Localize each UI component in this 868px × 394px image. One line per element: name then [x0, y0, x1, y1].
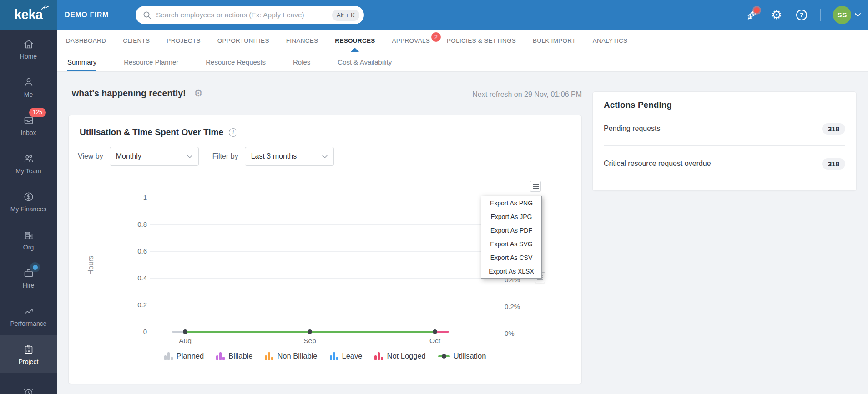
bars-icon — [374, 352, 383, 360]
legend-item-non-billable[interactable]: Non Billable — [265, 352, 317, 360]
tab-opportunities[interactable]: OPPORTUNITIES — [217, 30, 269, 52]
export-as-jpg[interactable]: Export As JPG — [481, 210, 541, 224]
x-tick: Sep — [294, 337, 326, 345]
bars-icon — [330, 352, 338, 360]
subtab-resource-requests[interactable]: Resource Requests — [206, 52, 266, 71]
sidebar-item-org[interactable]: Org — [0, 220, 57, 259]
gridline — [150, 224, 501, 225]
announcements-button[interactable] — [745, 9, 758, 21]
sidebar-item-me[interactable]: Me — [0, 68, 57, 106]
export-as-xlsx[interactable]: Export As XLSX — [481, 264, 541, 278]
building-icon — [23, 229, 35, 241]
search-input[interactable] — [156, 11, 328, 19]
row-label: Pending requests — [604, 125, 661, 133]
sidebar-item-hire[interactable]: Hire — [0, 259, 57, 297]
tab-bulk-import[interactable]: BULK IMPORT — [533, 30, 576, 52]
export-as-csv[interactable]: Export As CSV — [481, 251, 541, 264]
hire-notification-dot — [30, 262, 40, 272]
info-icon[interactable]: i — [229, 128, 237, 137]
legend-item-utilisation[interactable]: Utilisation — [438, 352, 486, 360]
data-point-aug[interactable] — [183, 329, 187, 334]
subtab-cost-availability[interactable]: Cost & Availability — [338, 52, 392, 71]
legend-label: Non Billable — [277, 352, 317, 360]
settings-button[interactable]: ⚙ — [770, 9, 783, 21]
tab-label: RESOURCES — [335, 37, 375, 44]
legend-item-planned[interactable]: Planned — [164, 352, 204, 360]
firm-name: DEMO FIRM — [65, 0, 109, 30]
tab-label: BULK IMPORT — [533, 37, 576, 44]
tab-approvals[interactable]: APPROVALS 2 — [392, 30, 430, 52]
pending-requests-row[interactable]: Pending requests 318 — [604, 122, 845, 135]
legend-item-leave[interactable]: Leave — [330, 352, 363, 360]
view-by-select[interactable]: Monthly — [110, 147, 199, 166]
tab-label: OPPORTUNITIES — [217, 37, 269, 44]
tab-analytics[interactable]: ANALYTICS — [593, 30, 628, 52]
sidebar-item-label: Org — [23, 244, 34, 250]
tab-projects[interactable]: PROJECTS — [167, 30, 200, 52]
filter-by-label: Filter by — [212, 152, 238, 160]
legend-label: Planned — [177, 352, 204, 360]
subtab-label: Resource Requests — [206, 58, 266, 66]
help-icon: ? — [796, 10, 807, 20]
data-point-sep[interactable] — [308, 329, 312, 334]
gridline — [150, 305, 501, 305]
y-tick: 0.6 — [120, 247, 147, 256]
sidebar-item-time[interactable] — [0, 373, 57, 394]
subtab-roles[interactable]: Roles — [293, 52, 310, 71]
tab-label: POLICIES & SETTINGS — [447, 37, 516, 44]
sidebar: Home Me Inbox 125 My Team My Finances Or… — [0, 30, 57, 394]
search-icon — [143, 11, 151, 20]
row-label: Critical resource request overdue — [604, 160, 711, 168]
tab-clients[interactable]: CLIENTS — [123, 30, 150, 52]
legend-item-billable[interactable]: Billable — [216, 352, 252, 360]
spark-icon — [41, 3, 49, 10]
topbar-actions: ⚙ ? SS — [745, 0, 861, 30]
sidebar-item-my-finances[interactable]: My Finances — [0, 182, 57, 220]
main-nav: DASHBOARD CLIENTS PROJECTS OPPORTUNITIES… — [57, 30, 868, 52]
sidebar-item-home[interactable]: Home — [0, 30, 57, 68]
filter-by-select[interactable]: Last 3 months — [245, 147, 334, 166]
widget-settings-gear-icon[interactable]: ⚙ — [194, 89, 203, 98]
data-point-oct[interactable] — [433, 329, 437, 334]
sidebar-item-label: Home — [20, 53, 37, 60]
legend-label: Billable — [228, 352, 252, 360]
utilisation-chart-card: Utilisation & Time Spent Over Time i Vie… — [68, 115, 582, 384]
user-menu[interactable]: SS — [833, 6, 861, 24]
approvals-count-badge: 2 — [431, 32, 441, 42]
export-menu: Export As PNG Export As JPG Export As PD… — [481, 196, 542, 279]
subtab-summary[interactable]: Summary — [67, 52, 96, 71]
legend-item-not-logged[interactable]: Not Logged — [374, 352, 425, 360]
sidebar-item-project[interactable]: Project — [0, 335, 57, 373]
global-search[interactable]: Alt + K — [136, 6, 364, 24]
export-as-png[interactable]: Export As PNG — [481, 196, 541, 210]
subtab-label: Summary — [67, 58, 96, 66]
tab-label: FINANCES — [286, 37, 318, 44]
sidebar-item-inbox[interactable]: Inbox 125 — [0, 106, 57, 144]
sidebar-item-my-team[interactable]: My Team — [0, 144, 57, 182]
export-as-pdf[interactable]: Export As PDF — [481, 224, 541, 237]
announcement-dot — [754, 7, 760, 13]
tab-dashboard[interactable]: DASHBOARD — [66, 30, 106, 52]
sidebar-item-performance[interactable]: Performance — [0, 297, 57, 335]
export-as-svg[interactable]: Export As SVG — [481, 237, 541, 251]
keka-logo[interactable]: keka — [0, 0, 57, 30]
sidebar-item-label: Inbox — [20, 130, 36, 136]
y-tick-right: 0% — [505, 329, 532, 338]
filter-by-value: Last 3 months — [251, 152, 297, 160]
tab-label: CLIENTS — [123, 37, 150, 44]
y-tick: 0.4 — [120, 274, 147, 283]
critical-overdue-row[interactable]: Critical resource request overdue 318 — [604, 157, 845, 170]
page-title: what's happening recently! — [72, 88, 186, 99]
subtab-label: Cost & Availability — [338, 58, 392, 66]
tab-policies-settings[interactable]: POLICIES & SETTINGS — [447, 30, 516, 52]
app-window: keka DEMO FIRM Alt + K — [0, 0, 868, 394]
avatar[interactable]: SS — [833, 6, 851, 24]
help-button[interactable]: ? — [795, 9, 808, 21]
topbar: keka DEMO FIRM Alt + K — [0, 0, 868, 30]
subtab-resource-planner[interactable]: Resource Planner — [124, 52, 178, 71]
tab-resources[interactable]: RESOURCES — [335, 30, 375, 52]
chart-title: Utilisation & Time Spent Over Time — [80, 127, 223, 137]
chart-context-menu-button[interactable] — [530, 181, 541, 192]
topbar-divider — [820, 9, 821, 21]
tab-finances[interactable]: FINANCES — [286, 30, 318, 52]
